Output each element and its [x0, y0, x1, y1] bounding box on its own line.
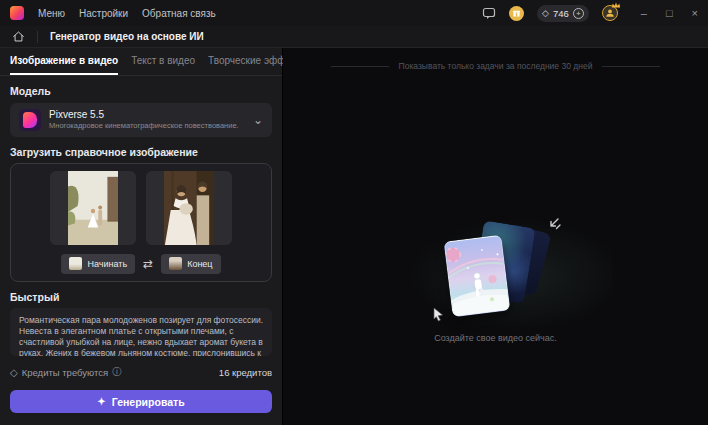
- coin-reward-icon[interactable]: [509, 6, 524, 21]
- avatar[interactable]: [602, 5, 618, 21]
- minimize-button[interactable]: –: [641, 8, 647, 19]
- credit-cost: 16 кредитов: [219, 367, 272, 378]
- start-frame-mini-thumb: [69, 257, 82, 270]
- page-title: Генератор видео на основе ИИ: [50, 31, 204, 42]
- crown-icon: [611, 1, 621, 9]
- astronaut-art: [444, 236, 510, 318]
- add-credits-icon[interactable]: +: [573, 8, 584, 19]
- end-frame-button[interactable]: Конец: [161, 254, 220, 274]
- person-icon: [605, 8, 615, 18]
- home-icon[interactable]: [12, 30, 25, 43]
- info-icon[interactable]: ⓘ: [112, 366, 122, 379]
- window-controls: – □ ×: [641, 8, 698, 19]
- maximize-button[interactable]: □: [666, 8, 673, 19]
- end-frame-image[interactable]: [146, 171, 232, 245]
- end-frame-label: Конец: [187, 259, 212, 269]
- sparkle-icon: ✦: [97, 396, 105, 407]
- menu-item-settings[interactable]: Настройки: [79, 8, 128, 19]
- menu-item-menu[interactable]: Меню: [38, 8, 65, 19]
- model-name: Pixverse 5.5: [49, 109, 239, 120]
- menu-item-feedback[interactable]: Обратная связь: [142, 8, 216, 19]
- filter-text: Показывать только задачи за последние 30…: [399, 61, 593, 71]
- model-label: Модель: [10, 85, 272, 97]
- app-logo-icon: [10, 6, 24, 20]
- credits-badge[interactable]: ◇ 746 +: [537, 5, 589, 22]
- generator-panel: Изображение в видео Текст в видео Творче…: [0, 48, 283, 425]
- main-layout: Изображение в видео Текст в видео Творче…: [0, 48, 708, 425]
- upload-label: Загрузить справочное изображение: [10, 146, 272, 158]
- prompt-input[interactable]: Романтическая пара молодоженов позирует …: [10, 308, 272, 356]
- tab-image-to-video[interactable]: Изображение в видео: [10, 48, 118, 75]
- divider: [331, 66, 389, 67]
- diamond-icon: ◇: [10, 367, 18, 378]
- reference-thumbnails: [50, 171, 232, 245]
- wedding-walk-photo: [68, 171, 118, 245]
- end-frame-mini-thumb: [169, 257, 182, 270]
- diamond-icon: ◇: [542, 9, 549, 18]
- swap-frames-icon[interactable]: ⇄: [143, 258, 153, 270]
- empty-state: Создайте свое видео сейчас.: [283, 224, 708, 343]
- prompt-label: Быстрый: [10, 291, 272, 303]
- chat-icon[interactable]: [482, 6, 496, 20]
- video-cards-illustration: [440, 224, 552, 316]
- start-frame-button[interactable]: Начинать: [61, 254, 135, 274]
- model-select[interactable]: Pixverse 5.5 Многокадровое кинематографи…: [10, 103, 272, 137]
- nav-bar: Генератор видео на основе ИИ: [0, 26, 708, 48]
- divider: [602, 66, 660, 67]
- credits-value: 746: [553, 8, 569, 19]
- chevron-down-icon: ⌄: [253, 114, 263, 126]
- tab-text-to-video[interactable]: Текст в видео: [131, 48, 195, 75]
- start-frame-image[interactable]: [50, 171, 136, 245]
- generate-label: Генерировать: [112, 396, 185, 408]
- start-frame-label: Начинать: [87, 259, 127, 269]
- bride-bouquet-photo: [164, 171, 214, 245]
- reference-image-box: Начинать ⇄ Конец: [10, 163, 272, 282]
- close-button[interactable]: ×: [692, 8, 698, 19]
- generate-button[interactable]: ✦ Генерировать: [10, 390, 272, 413]
- task-filter-row: Показывать только задачи за последние 30…: [283, 61, 708, 71]
- titlebar-right: ◇ 746 + – □ ×: [482, 5, 698, 22]
- credits-row: ◇ Кредиты требуются ⓘ 16 кредитов: [10, 356, 272, 379]
- tasks-panel: Показывать только задачи за последние 30…: [283, 48, 708, 425]
- click-sparkle-icon: [544, 216, 562, 232]
- model-description: Многокадровое кинематографическое повест…: [49, 121, 239, 130]
- divider: [37, 31, 38, 43]
- astronaut-card: [443, 235, 510, 318]
- mode-tabs: Изображение в видео Текст в видео Творче…: [0, 48, 282, 76]
- credits-required-label: Кредиты требуются: [22, 367, 108, 378]
- pixverse-model-icon: [19, 109, 41, 131]
- frame-buttons: Начинать ⇄ Конец: [61, 254, 220, 274]
- cursor-icon: [432, 307, 446, 322]
- model-text: Pixverse 5.5 Многокадровое кинематографи…: [49, 109, 239, 130]
- title-bar: Меню Настройки Обратная связь ◇ 746 + – …: [0, 0, 708, 26]
